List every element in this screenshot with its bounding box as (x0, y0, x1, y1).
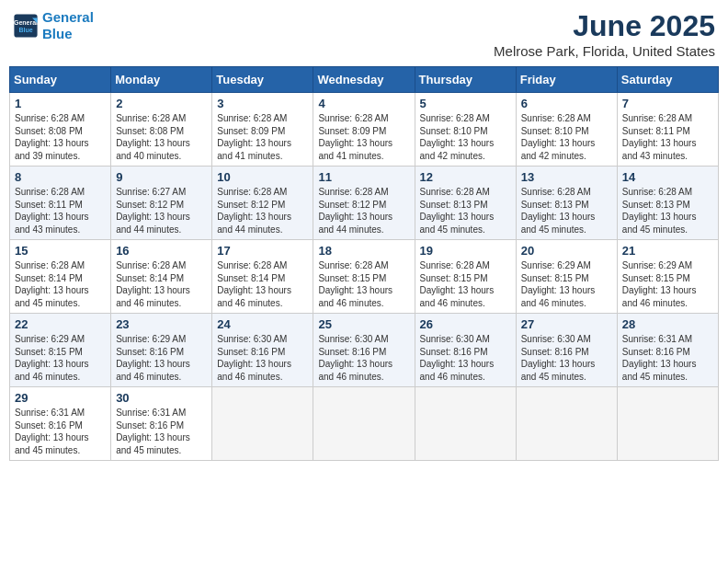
day-info: Sunrise: 6:30 AMSunset: 8:16 PMDaylight:… (420, 333, 511, 383)
calendar-cell: 12Sunrise: 6:28 AMSunset: 8:13 PMDayligh… (415, 167, 516, 240)
day-info: Sunrise: 6:27 AMSunset: 8:12 PMDaylight:… (116, 186, 207, 236)
page-header: General Blue General Blue June 2025 Melr… (9, 9, 719, 59)
day-info: Sunrise: 6:28 AMSunset: 8:09 PMDaylight:… (217, 112, 308, 162)
day-number: 17 (217, 244, 308, 258)
day-info: Sunrise: 6:29 AMSunset: 8:15 PMDaylight:… (622, 259, 713, 309)
day-number: 19 (420, 244, 511, 258)
calendar-cell: 22Sunrise: 6:29 AMSunset: 8:15 PMDayligh… (10, 314, 111, 387)
calendar-cell: 7Sunrise: 6:28 AMSunset: 8:11 PMDaylight… (617, 93, 718, 167)
calendar-cell: 19Sunrise: 6:28 AMSunset: 8:15 PMDayligh… (415, 240, 516, 314)
day-info: Sunrise: 6:31 AMSunset: 8:16 PMDaylight:… (15, 407, 106, 456)
day-number: 22 (15, 317, 106, 331)
day-info: Sunrise: 6:28 AMSunset: 8:11 PMDaylight:… (622, 112, 713, 162)
calendar-cell: 27Sunrise: 6:30 AMSunset: 8:16 PMDayligh… (516, 314, 617, 387)
calendar-week-row: 29Sunrise: 6:31 AMSunset: 8:16 PMDayligh… (10, 387, 719, 461)
calendar-cell: 2Sunrise: 6:28 AMSunset: 8:08 PMDaylight… (111, 93, 212, 167)
calendar-cell: 1Sunrise: 6:28 AMSunset: 8:08 PMDaylight… (10, 93, 111, 167)
day-number: 2 (116, 97, 207, 110)
calendar-cell: 18Sunrise: 6:28 AMSunset: 8:15 PMDayligh… (313, 240, 415, 314)
day-number: 27 (521, 317, 612, 331)
day-info: Sunrise: 6:28 AMSunset: 8:13 PMDaylight:… (420, 186, 511, 236)
calendar-week-row: 22Sunrise: 6:29 AMSunset: 8:15 PMDayligh… (10, 314, 719, 387)
calendar-cell: 26Sunrise: 6:30 AMSunset: 8:16 PMDayligh… (415, 314, 516, 387)
calendar-cell (617, 387, 718, 461)
day-number: 8 (15, 170, 106, 184)
day-number: 15 (15, 244, 106, 258)
day-number: 30 (116, 391, 207, 405)
day-info: Sunrise: 6:28 AMSunset: 8:13 PMDaylight:… (521, 186, 612, 236)
day-info: Sunrise: 6:30 AMSunset: 8:16 PMDaylight:… (521, 333, 612, 383)
weekday-header-thursday: Thursday (415, 67, 516, 93)
day-info: Sunrise: 6:28 AMSunset: 8:15 PMDaylight:… (318, 259, 409, 309)
day-info: Sunrise: 6:28 AMSunset: 8:12 PMDaylight:… (318, 186, 409, 236)
calendar-cell: 13Sunrise: 6:28 AMSunset: 8:13 PMDayligh… (516, 167, 617, 240)
day-number: 13 (521, 170, 612, 184)
day-number: 4 (318, 97, 409, 110)
day-number: 14 (622, 170, 713, 184)
day-info: Sunrise: 6:28 AMSunset: 8:14 PMDaylight:… (15, 259, 106, 309)
day-info: Sunrise: 6:28 AMSunset: 8:09 PMDaylight:… (318, 112, 409, 162)
page-subtitle: Melrose Park, Florida, United States (494, 43, 715, 59)
svg-rect-0 (14, 14, 37, 37)
calendar-cell: 30Sunrise: 6:31 AMSunset: 8:16 PMDayligh… (111, 387, 212, 461)
calendar-cell: 11Sunrise: 6:28 AMSunset: 8:12 PMDayligh… (313, 167, 415, 240)
day-number: 10 (217, 170, 308, 184)
weekday-header-tuesday: Tuesday (212, 67, 313, 93)
weekday-header-monday: Monday (111, 67, 212, 93)
weekday-header-saturday: Saturday (617, 67, 718, 93)
day-number: 25 (318, 317, 409, 331)
calendar-cell: 6Sunrise: 6:28 AMSunset: 8:10 PMDaylight… (516, 93, 617, 167)
calendar-cell: 29Sunrise: 6:31 AMSunset: 8:16 PMDayligh… (10, 387, 111, 461)
day-info: Sunrise: 6:28 AMSunset: 8:14 PMDaylight:… (217, 259, 308, 309)
calendar-cell: 16Sunrise: 6:28 AMSunset: 8:14 PMDayligh… (111, 240, 212, 314)
day-number: 12 (420, 170, 511, 184)
calendar-cell: 15Sunrise: 6:28 AMSunset: 8:14 PMDayligh… (10, 240, 111, 314)
day-number: 1 (15, 97, 106, 110)
day-number: 24 (217, 317, 308, 331)
day-info: Sunrise: 6:28 AMSunset: 8:08 PMDaylight:… (116, 112, 207, 162)
day-info: Sunrise: 6:28 AMSunset: 8:12 PMDaylight:… (217, 186, 308, 236)
day-info: Sunrise: 6:28 AMSunset: 8:15 PMDaylight:… (420, 259, 511, 309)
calendar-week-row: 8Sunrise: 6:28 AMSunset: 8:11 PMDaylight… (10, 167, 719, 240)
day-info: Sunrise: 6:31 AMSunset: 8:16 PMDaylight:… (622, 333, 713, 383)
weekday-header-row: SundayMondayTuesdayWednesdayThursdayFrid… (10, 67, 719, 93)
day-number: 23 (116, 317, 207, 331)
day-info: Sunrise: 6:31 AMSunset: 8:16 PMDaylight:… (116, 407, 207, 456)
calendar-cell: 24Sunrise: 6:30 AMSunset: 8:16 PMDayligh… (212, 314, 313, 387)
day-number: 7 (622, 97, 713, 110)
calendar-cell: 28Sunrise: 6:31 AMSunset: 8:16 PMDayligh… (617, 314, 718, 387)
calendar-cell: 3Sunrise: 6:28 AMSunset: 8:09 PMDaylight… (212, 93, 313, 167)
day-info: Sunrise: 6:30 AMSunset: 8:16 PMDaylight:… (217, 333, 308, 383)
calendar-table: SundayMondayTuesdayWednesdayThursdayFrid… (9, 66, 719, 461)
svg-text:Blue: Blue (18, 27, 32, 33)
page-title: June 2025 (494, 9, 715, 43)
day-number: 18 (318, 244, 409, 258)
day-info: Sunrise: 6:28 AMSunset: 8:13 PMDaylight:… (622, 186, 713, 236)
day-number: 29 (15, 391, 106, 405)
day-number: 6 (521, 97, 612, 110)
calendar-cell: 20Sunrise: 6:29 AMSunset: 8:15 PMDayligh… (516, 240, 617, 314)
day-number: 3 (217, 97, 308, 110)
day-number: 20 (521, 244, 612, 258)
day-info: Sunrise: 6:29 AMSunset: 8:16 PMDaylight:… (116, 333, 207, 383)
day-info: Sunrise: 6:28 AMSunset: 8:10 PMDaylight:… (420, 112, 511, 162)
calendar-week-row: 15Sunrise: 6:28 AMSunset: 8:14 PMDayligh… (10, 240, 719, 314)
day-number: 26 (420, 317, 511, 331)
calendar-cell: 17Sunrise: 6:28 AMSunset: 8:14 PMDayligh… (212, 240, 313, 314)
calendar-cell (212, 387, 313, 461)
weekday-header-sunday: Sunday (10, 67, 111, 93)
calendar-cell: 4Sunrise: 6:28 AMSunset: 8:09 PMDaylight… (313, 93, 415, 167)
calendar-week-row: 1Sunrise: 6:28 AMSunset: 8:08 PMDaylight… (10, 93, 719, 167)
day-number: 28 (622, 317, 713, 331)
day-info: Sunrise: 6:29 AMSunset: 8:15 PMDaylight:… (15, 333, 106, 383)
day-number: 21 (622, 244, 713, 258)
day-info: Sunrise: 6:28 AMSunset: 8:11 PMDaylight:… (15, 186, 106, 236)
day-number: 9 (116, 170, 207, 184)
day-info: Sunrise: 6:28 AMSunset: 8:14 PMDaylight:… (116, 259, 207, 309)
calendar-cell: 21Sunrise: 6:29 AMSunset: 8:15 PMDayligh… (617, 240, 718, 314)
calendar-cell: 25Sunrise: 6:30 AMSunset: 8:16 PMDayligh… (313, 314, 415, 387)
day-info: Sunrise: 6:29 AMSunset: 8:15 PMDaylight:… (521, 259, 612, 309)
logo-text: General Blue (42, 9, 94, 42)
calendar-cell: 8Sunrise: 6:28 AMSunset: 8:11 PMDaylight… (10, 167, 111, 240)
day-number: 16 (116, 244, 207, 258)
